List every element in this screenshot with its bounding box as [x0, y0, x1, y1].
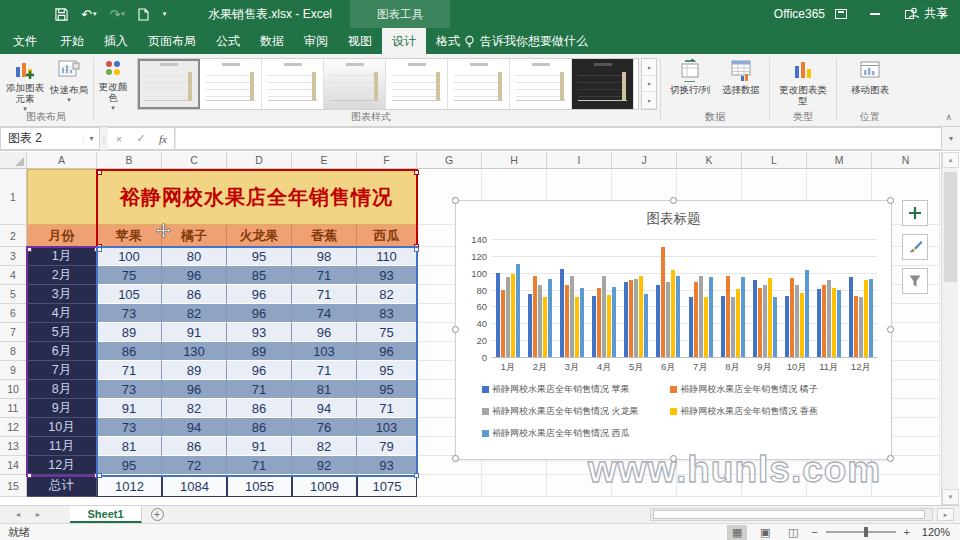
chart-style-thumb-1[interactable]: [138, 59, 200, 109]
share-button[interactable]: 共享: [908, 0, 948, 26]
cell-C8[interactable]: 130: [162, 342, 227, 361]
column-header-A[interactable]: A: [27, 152, 97, 168]
bar-series5-9月[interactable]: [773, 297, 777, 357]
row-header-6[interactable]: 6: [0, 304, 27, 323]
save-icon[interactable]: [55, 8, 68, 21]
column-header-M[interactable]: M: [807, 152, 872, 168]
scroll-down-icon[interactable]: ▼: [942, 489, 959, 505]
row-header-3[interactable]: 3: [0, 247, 27, 266]
bar-series5-10月[interactable]: [805, 270, 809, 357]
chart-selection-handle[interactable]: [887, 455, 894, 462]
bar-series1-5月[interactable]: [624, 282, 628, 357]
bar-series4-5月[interactable]: [639, 276, 643, 357]
cell-F11[interactable]: 71: [357, 399, 417, 418]
cell-A11[interactable]: 9月: [27, 399, 97, 418]
cell-A4[interactable]: 2月: [27, 266, 97, 285]
bar-series3-1月[interactable]: [506, 277, 510, 357]
bar-series5-2月[interactable]: [548, 279, 552, 357]
customize-qat-button[interactable]: ▾: [162, 10, 167, 18]
tell-me-box[interactable]: 告诉我你想要做什么: [464, 28, 588, 54]
select-all-corner[interactable]: [0, 152, 27, 168]
cell-A7[interactable]: 5月: [27, 323, 97, 342]
cell-D9[interactable]: 96: [227, 361, 292, 380]
chart-title[interactable]: 图表标题: [456, 210, 891, 228]
cell-K15[interactable]: [677, 475, 742, 497]
bar-series4-2月[interactable]: [543, 297, 547, 357]
cell-G15[interactable]: [417, 475, 482, 497]
cell-D11[interactable]: 86: [227, 399, 292, 418]
change-chart-type-button[interactable]: 更改图表类型: [778, 57, 828, 112]
legend-item-2[interactable]: 裕静网校水果店全年销售情况 橘子: [670, 383, 874, 396]
tab-3[interactable]: 插入: [94, 28, 138, 54]
column-header-I[interactable]: I: [547, 152, 612, 168]
cell-C15[interactable]: 1084: [162, 475, 227, 497]
bar-series2-6月[interactable]: [661, 247, 665, 357]
chart-elements-button[interactable]: [902, 200, 928, 226]
tab-7[interactable]: 审阅: [294, 28, 338, 54]
scroll-up-icon[interactable]: ▲: [942, 152, 959, 168]
bar-series2-10月[interactable]: [790, 278, 794, 357]
bar-series2-2月[interactable]: [533, 276, 537, 357]
cell-A12[interactable]: 10月: [27, 418, 97, 437]
bar-series4-10月[interactable]: [800, 293, 804, 357]
ribbon-display-options-icon[interactable]: [824, 0, 858, 28]
vertical-scroll-thumb[interactable]: [944, 172, 957, 282]
cell-E7[interactable]: 96: [292, 323, 357, 342]
cell-E5[interactable]: 71: [292, 285, 357, 304]
chart-styles-button[interactable]: [902, 234, 928, 260]
tab-5[interactable]: 公式: [206, 28, 250, 54]
cell-C5[interactable]: 86: [162, 285, 227, 304]
cell-A9[interactable]: 7月: [27, 361, 97, 380]
cell-H15[interactable]: [482, 475, 547, 497]
bar-series4-7月[interactable]: [704, 297, 708, 357]
bar-series4-1月[interactable]: [511, 274, 515, 357]
cell-B12[interactable]: 73: [97, 418, 162, 437]
bar-series1-2月[interactable]: [528, 294, 532, 357]
bar-series5-11月[interactable]: [837, 290, 841, 357]
bar-series2-11月[interactable]: [822, 285, 826, 358]
cell-E6[interactable]: 74: [292, 304, 357, 323]
bar-series1-1月[interactable]: [496, 273, 500, 357]
bar-series4-8月[interactable]: [736, 289, 740, 357]
bar-series3-10月[interactable]: [795, 285, 799, 358]
cell-M15[interactable]: [807, 475, 872, 497]
tab-4[interactable]: 页面布局: [138, 28, 206, 54]
chart-style-thumb-7[interactable]: [510, 59, 572, 109]
row-header-5[interactable]: 5: [0, 285, 27, 304]
cell-F14[interactable]: 93: [357, 456, 417, 475]
column-header-G[interactable]: G: [417, 152, 482, 168]
cell-N15[interactable]: [872, 475, 940, 497]
cell-D8[interactable]: 89: [227, 342, 292, 361]
row-header-9[interactable]: 9: [0, 361, 27, 380]
bar-series3-5月[interactable]: [634, 279, 638, 357]
chart-object[interactable]: 图表标题 020406080100120140 1月2月3月4月5月6月7月8月…: [455, 200, 892, 460]
cell-F9[interactable]: 95: [357, 361, 417, 380]
bar-series3-9月[interactable]: [763, 285, 767, 358]
chart-selection-handle[interactable]: [887, 197, 894, 204]
cell-C10[interactable]: 96: [162, 380, 227, 399]
column-header-D[interactable]: D: [227, 152, 292, 168]
bar-series1-11月[interactable]: [817, 289, 821, 357]
bar-series1-10月[interactable]: [785, 296, 789, 358]
cell-E12[interactable]: 76: [292, 418, 357, 437]
cell-C4[interactable]: 96: [162, 266, 227, 285]
chart-selection-handle[interactable]: [452, 197, 459, 204]
bar-series3-11月[interactable]: [827, 280, 831, 357]
chart-selection-handle[interactable]: [887, 326, 894, 333]
insert-function-icon[interactable]: fx: [152, 133, 174, 145]
vertical-scrollbar[interactable]: ▲ ▼: [941, 152, 958, 505]
cell-F3[interactable]: 110: [357, 247, 417, 266]
bar-series5-4月[interactable]: [612, 287, 616, 357]
cell-B6[interactable]: 73: [97, 304, 162, 323]
zoom-slider-thumb[interactable]: [864, 527, 868, 537]
minimize-button[interactable]: [858, 0, 892, 28]
view-page-layout-icon[interactable]: ▣: [755, 525, 775, 540]
name-box[interactable]: 图表 2 ▾: [0, 127, 100, 150]
quick-layout-button[interactable]: 快速布局 ▾: [48, 57, 90, 112]
account-name[interactable]: Office365: [774, 7, 825, 21]
cell-A2[interactable]: 月份: [27, 225, 97, 247]
select-data-button[interactable]: 选择数据: [717, 57, 765, 112]
cancel-icon[interactable]: ×: [108, 133, 130, 145]
sheet-nav-left-icon[interactable]: ◄: [8, 506, 28, 523]
cell-E10[interactable]: 81: [292, 380, 357, 399]
